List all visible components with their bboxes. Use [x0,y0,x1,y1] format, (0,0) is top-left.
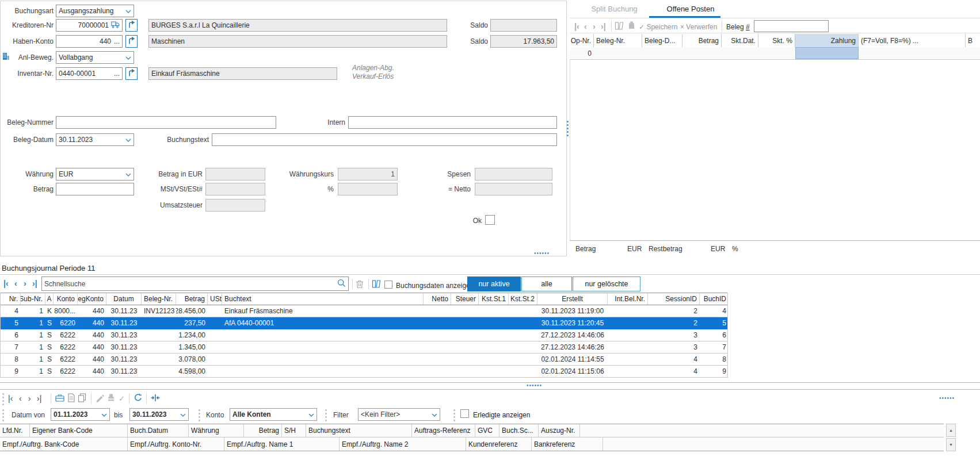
column-header[interactable]: Sub-Nr. [21,293,45,305]
column-header[interactable]: Buch.Sc... [499,424,539,437]
journal-row[interactable]: 61 S6222 44030.11.23 1.234,00 27.12.2023… [1,329,727,341]
column-header[interactable]: SessionID [648,293,700,305]
scroll-down-button[interactable]: ▼ [946,438,956,451]
konto-select[interactable]: Alle Konten [230,408,317,421]
column-header[interactable]: Betrag [682,34,722,47]
column-header[interactable]: BuchID [700,293,729,305]
column-chooser-icon[interactable] [615,21,624,32]
buchungsart-select[interactable]: Ausgangszahlung [56,5,134,17]
next-record-icon[interactable]: › [593,22,596,31]
journal-row[interactable]: 81 S6222 44030.11.23 3.078,00 02.01.2024… [1,354,727,366]
fit-columns-icon[interactable] [151,394,160,404]
briefcase-icon[interactable] [55,394,64,404]
column-header[interactable]: Buchungstext [306,424,412,437]
column-header[interactable]: GVC [475,424,499,437]
filter-grip[interactable] [325,409,327,421]
column-header[interactable]: Kst.St.2 [509,293,537,305]
column-header[interactable]: Steuer [451,293,479,305]
column-header[interactable]: Bankreferenz [532,437,603,451]
column-header[interactable]: USt [208,293,222,305]
first-record-icon[interactable]: |‹ [574,22,579,31]
filter-nur-aktive-button[interactable]: nur aktive [467,276,521,291]
tab-split-buchung[interactable]: Split Buchung [584,5,645,13]
column-header[interactable]: Buchtext [222,293,424,305]
column-header[interactable]: (F7=Voll, F8=%) ... [859,34,966,47]
beleg-datum-select[interactable]: 30.11.2023 [56,133,134,146]
anl-beweg-select[interactable]: Vollabgang [56,51,134,64]
beleg-nummer-input[interactable] [56,116,276,129]
column-header[interactable]: Kundenreferenz [466,437,532,451]
column-header[interactable]: Skt.Dat. [722,34,758,47]
column-header[interactable]: Erstellt [537,293,608,305]
search-icon[interactable] [337,279,346,289]
column-header[interactable]: B [966,34,980,47]
column-header[interactable]: Skt. % [758,34,795,47]
filter-alle-button[interactable]: alle [521,276,572,291]
inventar-jump-button[interactable] [125,67,138,80]
column-header[interactable]: S/H [282,424,306,437]
column-header[interactable]: Empf./Auftrg. Bank-Code [0,437,128,451]
buchungstext-input[interactable] [212,133,557,146]
column-header[interactable]: Beleg-Nr. [594,34,642,47]
pen-icon[interactable] [96,393,104,404]
journal-row[interactable]: 41 K8000... 44030.11.23 INV1212328.456,0… [1,305,727,317]
previous-entry-icon[interactable]: ‹ [19,394,22,403]
beleg-number-input[interactable] [754,20,829,32]
intern-input[interactable] [348,116,557,129]
column-header[interactable]: Netto [424,293,451,305]
column-header[interactable]: Nr. [1,293,21,305]
column-header[interactable]: Eigener Bank-Code [30,424,128,437]
previous-record-icon[interactable]: ‹ [584,22,587,31]
delete-icon[interactable] [356,279,364,290]
refresh-icon[interactable] [134,393,143,404]
tab-offene-posten[interactable]: Offene Posten [662,5,719,13]
column-header[interactable]: Konto [54,293,78,305]
scroll-up-button[interactable]: ▲ [946,424,956,437]
datum-von-select[interactable]: 01.11.2023 [51,408,110,421]
toolbar-splitter-grip[interactable]: •••••• [939,397,955,400]
stamp-icon[interactable] [107,393,115,404]
toolbar-grip[interactable] [2,393,4,405]
save-button[interactable]: ✓ Speichern [639,23,677,31]
column-header[interactable]: Auftrags-Referenz [412,424,475,437]
first-entry-icon[interactable]: |‹ [8,394,13,403]
horizontal-splitter-grip[interactable]: •••••• [527,384,542,387]
waehrung-select[interactable]: EUR [56,168,134,181]
open-items-row[interactable]: 0 [570,47,980,60]
next-entry-icon[interactable]: › [28,394,31,403]
column-header[interactable]: A [45,293,54,305]
column-header[interactable]: Lfd.Nr. [0,424,30,437]
column-header[interactable]: Int.Bel.Nr. [608,293,648,305]
column-header[interactable]: Empf./Auftrg. Name 2 [340,437,466,451]
horizontal-splitter-grip[interactable]: •••••• [534,252,550,255]
last-row-icon[interactable]: ›| [32,279,37,288]
column-header[interactable]: GegKonto [78,293,106,305]
search-input[interactable]: Schnellsuche [41,276,349,291]
haben-konto-input[interactable]: 440 ... [56,35,123,48]
last-record-icon[interactable]: ›| [601,22,606,31]
column-header-zahlung[interactable]: Zahlung [795,34,859,47]
discard-button[interactable]: × Verwerfen [680,23,717,31]
column-chooser-icon[interactable] [372,279,382,290]
kreditoren-jump-button[interactable] [125,19,138,32]
filter-grip[interactable] [453,409,455,421]
filter-nur-geloeschte-button[interactable]: nur gelöschte [573,276,640,291]
journal-row-selected[interactable]: 51 S6220 44030.11.23 237,50 AfA 0440-000… [1,317,727,329]
journal-row[interactable]: 91 S6222 44030.11.23 4.598,00 02.01.2024… [1,366,727,378]
haben-konto-jump-button[interactable] [125,35,138,48]
column-header[interactable]: Betrag [176,293,208,305]
vertical-splitter-grip[interactable] [567,121,569,136]
copy-icon[interactable] [78,393,86,404]
column-header[interactable]: Datum [106,293,142,305]
column-header[interactable]: Op-Nr. [570,34,594,47]
paste-icon[interactable] [627,21,636,32]
document-icon[interactable] [68,393,75,404]
column-header[interactable]: Währung [189,424,244,437]
column-header[interactable]: Buch.Datum [128,424,189,437]
inventar-input[interactable]: 0440-00001 ... [56,67,123,80]
column-header[interactable]: Betrag [244,424,282,437]
column-header[interactable]: Empf./Auftrg. Name 1 [224,437,340,451]
last-entry-icon[interactable]: ›| [37,394,41,403]
filter-select[interactable]: <Kein Filter> [358,408,440,421]
column-header[interactable]: Kst.St.1 [479,293,509,305]
